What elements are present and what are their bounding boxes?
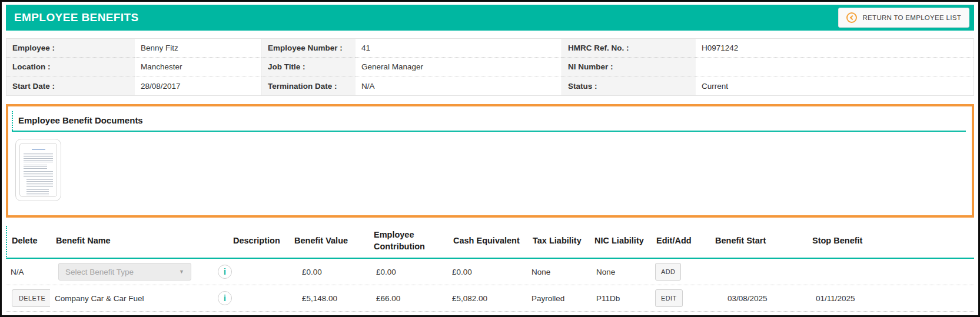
select-dropdown-arrow-icon: ▼ [179, 269, 184, 275]
employee-benefit-documents-section: Employee Benefit Documents [6, 104, 974, 218]
page-header: EMPLOYEE BENEFITS RETURN TO EMPLOYEE LIS… [6, 5, 974, 31]
info-value-hmrc-ref: H0971242 [696, 39, 974, 58]
info-label-hmrc-ref: HMRC Ref. No. : [562, 39, 696, 58]
return-button-label: RETURN TO EMPLOYEE LIST [862, 14, 961, 21]
benefit-document-thumbnail[interactable] [15, 139, 61, 201]
benefits-table: Delete Benefit Name Description Benefit … [6, 226, 974, 312]
col-header-cash-equivalent: Cash Equivalent [449, 226, 528, 258]
employee-contribution-cell: £0.00 [368, 263, 447, 281]
employee-contribution-cell: £66.00 [368, 290, 447, 307]
info-label-job-title: Job Title : [261, 58, 356, 76]
info-value-employee: Benny Fitz [135, 39, 261, 58]
info-icon[interactable]: i [218, 291, 232, 305]
page: EMPLOYEE BENEFITS RETURN TO EMPLOYEE LIS… [0, 0, 980, 317]
return-to-employee-list-button[interactable]: RETURN TO EMPLOYEE LIST [838, 8, 969, 28]
col-header-nic-liability: NIC Liability [590, 226, 652, 258]
benefit-name-cell: Select Benefit Type ▼ [50, 259, 206, 285]
delete-cell: DELETE [6, 285, 50, 311]
info-label-status: Status : [562, 76, 696, 95]
stop-benefit-cell [806, 268, 974, 276]
table-row-company-car: DELETE Company Car & Car Fuel i £5,148.0… [6, 285, 974, 312]
document-title-line [32, 149, 45, 150]
benefit-type-select-placeholder: Select Benefit Type [65, 268, 134, 276]
delete-benefit-button[interactable]: DELETE [12, 289, 50, 307]
tax-liability-cell: None [527, 263, 589, 281]
benefit-type-select[interactable]: Select Benefit Type ▼ [58, 263, 191, 281]
info-label-employee-number: Employee Number : [261, 39, 356, 58]
benefit-start-cell [709, 268, 806, 276]
tax-liability-cell: Payrolled [527, 290, 589, 307]
benefit-value-cell: £0.00 [288, 263, 368, 281]
edit-add-cell: ADD [650, 259, 709, 285]
col-header-tax-liability: Tax Liability [528, 226, 590, 258]
document-text-lines [24, 171, 53, 177]
info-label-start-date: Start Date : [6, 76, 135, 95]
info-label-termination-date: Termination Date : [261, 76, 356, 95]
info-label-ni-number: NI Number : [562, 58, 696, 76]
delete-cell-na: N/A [6, 263, 50, 281]
col-header-description: Description [207, 226, 290, 258]
add-benefit-button[interactable]: ADD [655, 263, 681, 281]
chevron-left-icon [850, 15, 855, 20]
info-value-termination-date: N/A [356, 76, 562, 95]
info-icon[interactable]: i [218, 265, 232, 279]
stop-benefit-cell: 01/11/2025 [806, 290, 974, 307]
section-divider [12, 131, 966, 132]
col-header-benefit-start: Benefit Start [710, 226, 808, 258]
col-header-benefit-value: Benefit Value [290, 226, 369, 258]
document-preview-icon [19, 143, 57, 197]
nic-liability-cell: None [589, 263, 650, 281]
benefit-value-cell: £5,148.00 [288, 290, 368, 307]
table-row-new-benefit: N/A Select Benefit Type ▼ i £0.00 £0.00 … [6, 259, 974, 285]
info-value-status: Current [696, 76, 974, 95]
info-value-start-date: 28/08/2017 [135, 76, 261, 95]
info-value-location: Manchester [135, 58, 261, 76]
info-label-location: Location : [6, 58, 135, 76]
benefit-start-cell: 03/08/2025 [709, 290, 806, 307]
page-title: EMPLOYEE BENEFITS [14, 11, 139, 24]
document-text-lines [26, 189, 49, 195]
document-text-lines [26, 179, 53, 187]
col-header-benefit-name: Benefit Name [51, 226, 207, 258]
benefit-name-cell: Company Car & Car Fuel [50, 290, 206, 307]
description-cell: i [206, 287, 288, 309]
documents-section-title: Employee Benefit Documents [12, 111, 966, 131]
info-label-employee: Employee : [6, 39, 135, 58]
document-text-lines [24, 153, 53, 162]
col-header-stop-benefit: Stop Benefit [808, 226, 974, 258]
description-cell: i [206, 261, 288, 283]
benefits-table-header: Delete Benefit Name Description Benefit … [6, 226, 974, 259]
col-header-delete: Delete [7, 226, 51, 258]
col-header-edit-add: Edit/Add [652, 226, 710, 258]
edit-add-cell: EDIT [650, 285, 709, 311]
back-circle-icon [846, 12, 857, 23]
edit-benefit-button[interactable]: EDIT [655, 289, 683, 307]
info-value-job-title: General Manager [356, 58, 562, 76]
document-text-lines [24, 165, 47, 169]
employee-info-table: Employee : Benny Fitz Employee Number : … [6, 38, 974, 96]
col-header-employee-contribution: Employee Contribution [369, 226, 449, 258]
nic-liability-cell: P11Db [589, 290, 650, 307]
info-value-employee-number: 41 [356, 39, 562, 58]
info-value-ni-number [696, 58, 974, 76]
cash-equivalent-cell: £0.00 [447, 263, 527, 281]
cash-equivalent-cell: £5,082.00 [447, 290, 527, 307]
